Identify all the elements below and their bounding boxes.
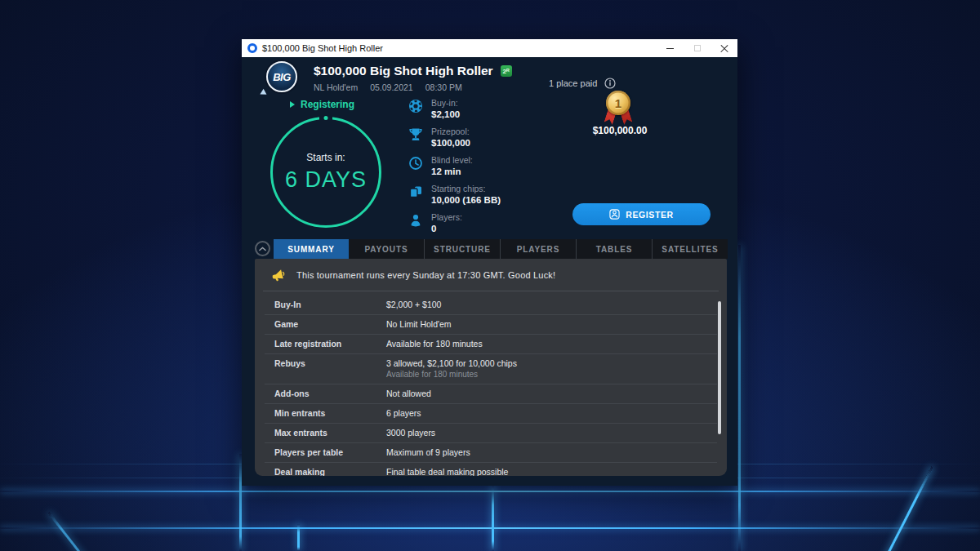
registration-status-label: Registering <box>301 99 354 110</box>
minimize-icon <box>666 48 674 49</box>
stat-prizepool: Prizepool: $100,000 <box>408 127 501 149</box>
stat-label: Players: <box>431 212 462 222</box>
detail-sub-text: Available for 180 minutes <box>386 370 686 379</box>
detail-value-text: 3 allowed, $2,100 for 10,000 chips <box>386 358 686 368</box>
tournament-time: 08:30 PM <box>425 82 462 92</box>
places-paid-row: 1 place paid <box>549 78 616 89</box>
register-button[interactable]: REGISTER <box>572 203 710 225</box>
tournament-logo-text: BIG <box>273 71 291 83</box>
grid-line <box>297 524 300 551</box>
stat-value: 0 <box>431 224 462 234</box>
detail-value: 3 allowed, $2,100 for 10,000 chips Avail… <box>386 358 707 379</box>
detail-row-rebuys: Rebuys 3 allowed, $2,100 for 10,000 chip… <box>265 354 717 384</box>
detail-label: Min entrants <box>274 408 386 418</box>
tournament-title-row: $100,000 Big Shot High Roller 2ᴿ <box>314 64 512 78</box>
detail-value: Not allowed <box>386 389 707 398</box>
logo-arrow-icon <box>260 89 268 97</box>
close-button[interactable] <box>710 39 737 57</box>
detail-row-late-registration: Late registration Available for 180 minu… <box>265 335 717 354</box>
detail-value-text: No Limit Hold'em <box>386 319 686 329</box>
stat-value: 10,000 (166 BB) <box>431 195 501 206</box>
grid-line <box>0 491 980 492</box>
app-logo-icon <box>247 43 257 53</box>
detail-value: Final table deal making possible <box>386 467 707 476</box>
detail-label: Max entrants <box>274 428 386 438</box>
detail-value: $2,000 + $100 <box>386 300 707 309</box>
window-content: BIG $100,000 Big Shot High Roller 2ᴿ NL … <box>242 57 737 486</box>
detail-value-text: $2,000 + $100 <box>386 300 686 309</box>
detail-row-max-entrants: Max entrants 3000 players <box>265 424 717 443</box>
detail-value-text: Available for 180 minutes <box>386 339 686 349</box>
stat-buyin: Buy-in: $2,100 <box>408 98 501 120</box>
tournament-title: $100,000 Big Shot High Roller <box>314 64 493 78</box>
announcement-text: This tournament runs every Sunday at 17:… <box>296 270 555 280</box>
detail-value: No Limit Hold'em <box>386 319 707 329</box>
first-prize-amount: $100,000.00 <box>555 125 685 136</box>
detail-label: Rebuys <box>274 358 386 368</box>
tab-tables[interactable]: TABLES <box>577 239 653 259</box>
tab-structure[interactable]: STRUCTURE <box>425 239 501 259</box>
first-place-medal: 1 <box>604 91 633 130</box>
detail-value-text: 6 players <box>386 408 686 418</box>
tournament-window: $100,000 Big Shot High Roller BIG $100,0… <box>242 39 737 486</box>
detail-label: Late registration <box>274 339 386 349</box>
info-icon[interactable] <box>604 78 616 89</box>
maximize-icon <box>694 45 701 51</box>
desktop-background: $100,000 Big Shot High Roller BIG $100,0… <box>0 0 980 551</box>
maximize-button[interactable] <box>684 39 710 57</box>
tab-satellites[interactable]: SATELLITES <box>653 239 728 259</box>
stat-label: Blind level: <box>431 155 473 165</box>
tab-players[interactable]: PLAYERS <box>501 239 577 259</box>
stat-label: Buy-in: <box>431 98 460 108</box>
detail-value-text: Final table deal making possible <box>386 467 686 476</box>
grid-line <box>492 485 494 551</box>
stat-value: 12 min <box>431 167 473 177</box>
rebuy-badge: 2ᴿ <box>501 65 512 77</box>
game-type: NL Hold'em <box>314 82 358 92</box>
stat-value: $100,000 <box>431 138 470 149</box>
stat-players: Players: 0 <box>408 212 501 234</box>
grid-line <box>47 512 92 551</box>
window-title: $100,000 Big Shot High Roller <box>262 43 657 53</box>
tournament-subtitle: NL Hold'em05.09.202108:30 PM <box>314 82 474 92</box>
stat-blind-level: Blind level: 12 min <box>408 155 501 177</box>
tournament-date: 05.09.2021 <box>370 82 413 92</box>
detail-value-text: Maximum of 9 players <box>386 447 686 457</box>
detail-value: Available for 180 minutes <box>386 339 707 349</box>
play-triangle-icon <box>290 101 295 108</box>
scrollbar-thumb[interactable] <box>718 301 721 434</box>
detail-label: Players per table <box>274 447 386 457</box>
tournament-stats: Buy-in: $2,100 Prizepool: $100,000 <box>408 98 501 241</box>
stat-starting-chips: Starting chips: 10,000 (166 BB) <box>408 184 501 206</box>
countdown-label: Starts in: <box>306 152 345 163</box>
collapse-panel-button[interactable] <box>255 241 270 256</box>
detail-label: Game <box>274 319 386 329</box>
countdown-value: 6 DAYS <box>285 167 367 193</box>
tab-payouts[interactable]: PAYOUTS <box>349 239 425 259</box>
tab-summary[interactable]: SUMMARY <box>274 239 349 259</box>
detail-label: Buy-In <box>274 300 386 309</box>
close-icon <box>720 44 728 52</box>
detail-value: Maximum of 9 players <box>386 447 707 457</box>
registration-status: Registering <box>290 99 354 110</box>
detail-row-players-per-table: Players per table Maximum of 9 players <box>265 443 717 463</box>
detail-value-text: 3000 players <box>386 428 686 438</box>
register-button-label: REGISTER <box>626 210 673 220</box>
tournament-logo: BIG <box>266 61 297 92</box>
stat-value: $2,100 <box>431 109 460 120</box>
detail-row-buyin: Buy-In $2,000 + $100 <box>265 295 717 315</box>
detail-label: Deal making <box>274 467 386 476</box>
announcement-row: This tournament runs every Sunday at 17:… <box>255 259 727 290</box>
clock-icon <box>408 156 423 171</box>
detail-value-text: Not allowed <box>386 389 686 398</box>
countdown-ring: Starts in: 6 DAYS <box>270 117 381 228</box>
grid-line <box>0 527 980 529</box>
window-titlebar[interactable]: $100,000 Big Shot High Roller <box>242 39 737 57</box>
detail-label: Add-ons <box>274 389 386 398</box>
detail-row-deal-making: Deal making Final table deal making poss… <box>265 463 717 476</box>
detail-row-game: Game No Limit Hold'em <box>265 315 717 335</box>
minimize-button[interactable] <box>657 39 684 57</box>
tab-bar: SUMMARY PAYOUTS STRUCTURE PLAYERS TABLES… <box>274 239 728 259</box>
players-icon <box>408 213 423 228</box>
ring-progress-dot <box>324 116 328 120</box>
